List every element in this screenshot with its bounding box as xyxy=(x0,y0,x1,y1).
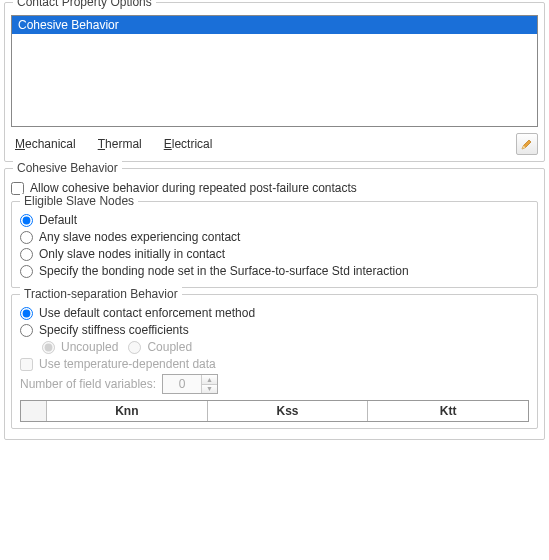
eligible-initial-label[interactable]: Only slave nodes initially in contact xyxy=(39,247,225,261)
col-kss: Kss xyxy=(208,401,369,421)
coupled-label: Coupled xyxy=(147,340,192,354)
eligible-default-label[interactable]: Default xyxy=(39,213,77,227)
use-temp-label: Use temperature-dependent data xyxy=(39,357,216,371)
cohesive-behavior-group: Cohesive Behavior Allow cohesive behavio… xyxy=(4,168,545,440)
spinner-up-icon: ▲ xyxy=(202,375,217,385)
uncoupled-label: Uncoupled xyxy=(61,340,118,354)
tab-electrical-rest: lectrical xyxy=(172,137,213,151)
table-rownum-header xyxy=(21,401,47,421)
tab-mechanical[interactable]: Mechanical xyxy=(11,135,80,153)
num-field-vars-label: Number of field variables: xyxy=(20,377,156,391)
eligible-specify-radio[interactable] xyxy=(20,265,33,278)
tab-electrical[interactable]: Electrical xyxy=(160,135,217,153)
eligible-legend: Eligible Slave Nodes xyxy=(20,194,138,208)
eligible-specify-label[interactable]: Specify the bonding node set in the Surf… xyxy=(39,264,409,278)
eligible-default-radio[interactable] xyxy=(20,214,33,227)
spinner-down-icon: ▼ xyxy=(202,385,217,394)
uncoupled-radio xyxy=(42,341,55,354)
col-knn: Knn xyxy=(47,401,208,421)
traction-default-radio[interactable] xyxy=(20,307,33,320)
use-temp-checkbox xyxy=(20,358,33,371)
contact-property-options-legend: Contact Property Options xyxy=(13,0,156,9)
property-options-listbox[interactable]: Cohesive Behavior xyxy=(11,15,538,127)
tab-thermal-rest: hermal xyxy=(105,137,142,151)
traction-default-label[interactable]: Use default contact enforcement method xyxy=(39,306,255,320)
tab-mechanical-rest: echanical xyxy=(25,137,76,151)
traction-separation-group: Traction-separation Behavior Use default… xyxy=(11,294,538,429)
col-ktt: Ktt xyxy=(368,401,528,421)
cohesive-behavior-legend: Cohesive Behavior xyxy=(13,161,122,175)
stiffness-table: Knn Kss Ktt xyxy=(20,400,529,422)
coupling-subrow: Uncoupled Coupled xyxy=(42,340,529,354)
tab-thermal[interactable]: Thermal xyxy=(94,135,146,153)
num-field-vars-spinner: ▲ ▼ xyxy=(162,374,218,394)
coupled-radio xyxy=(128,341,141,354)
contact-property-options-group: Contact Property Options Cohesive Behavi… xyxy=(4,2,545,162)
num-field-vars-input xyxy=(163,375,201,393)
allow-repeated-checkbox[interactable] xyxy=(11,182,24,195)
eligible-any-label[interactable]: Any slave nodes experiencing contact xyxy=(39,230,240,244)
edit-button[interactable] xyxy=(516,133,538,155)
eligible-initial-radio[interactable] xyxy=(20,248,33,261)
pencil-icon xyxy=(521,138,533,150)
category-tab-row: Mechanical Thermal Electrical xyxy=(11,133,538,155)
eligible-any-radio[interactable] xyxy=(20,231,33,244)
allow-repeated-label[interactable]: Allow cohesive behavior during repeated … xyxy=(30,181,357,195)
traction-legend: Traction-separation Behavior xyxy=(20,287,182,301)
traction-specify-radio[interactable] xyxy=(20,324,33,337)
list-item[interactable]: Cohesive Behavior xyxy=(12,16,537,34)
traction-specify-label[interactable]: Specify stiffness coefficients xyxy=(39,323,189,337)
eligible-slave-nodes-group: Eligible Slave Nodes Default Any slave n… xyxy=(11,201,538,288)
